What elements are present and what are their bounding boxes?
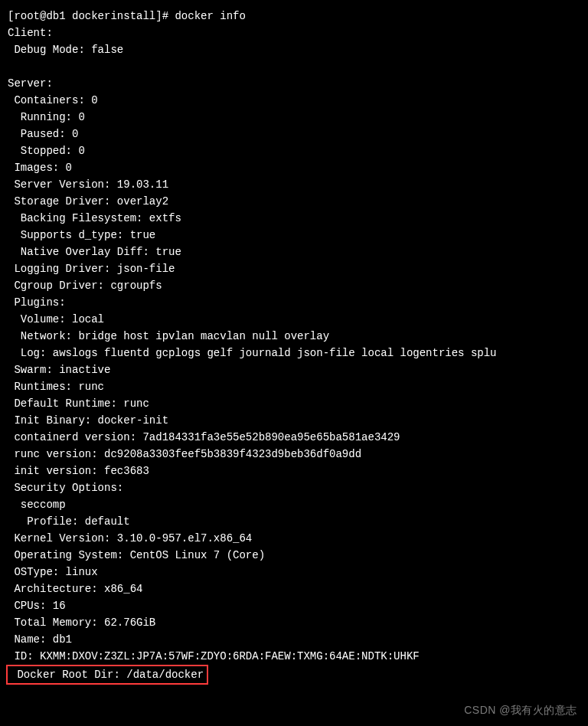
cgroup-driver: Cgroup Driver: cgroupfs xyxy=(8,277,580,294)
backing-filesystem: Backing Filesystem: extfs xyxy=(8,210,580,227)
total-memory: Total Memory: 62.76GiB xyxy=(8,614,580,631)
docker-root-dir-highlight: Docker Root Dir: /data/docker xyxy=(6,665,208,685)
kernel-version: Kernel Version: 3.10.0-957.el7.x86_64 xyxy=(8,530,580,547)
init-version: init version: fec3683 xyxy=(8,463,580,479)
plugins-log: Log: awslogs fluentd gcplogs gelf journa… xyxy=(8,345,580,361)
os-type: OSType: linux xyxy=(8,564,580,580)
plugins-header: Plugins: xyxy=(8,294,580,311)
storage-driver: Storage Driver: overlay2 xyxy=(8,193,580,210)
server-paused: Paused: 0 xyxy=(8,126,580,142)
cpus: CPUs: 16 xyxy=(8,597,580,614)
init-binary: Init Binary: docker-init xyxy=(8,412,580,429)
server-containers: Containers: 0 xyxy=(8,92,580,109)
client-debug-mode: Debug Mode: false xyxy=(8,41,580,58)
swarm: Swarm: inactive xyxy=(8,361,580,378)
server-running: Running: 0 xyxy=(8,109,580,126)
shell-prompt[interactable]: [root@db1 dockerinstall]# docker info xyxy=(8,8,580,25)
blank-line xyxy=(8,58,580,75)
docker-root-dir-row: Docker Root Dir: /data/docker xyxy=(8,665,580,685)
operating-system: Operating System: CentOS Linux 7 (Core) xyxy=(8,547,580,564)
runc-version: runc version: dc9208a3303feef5b3839f4323… xyxy=(8,446,580,463)
plugins-volume: Volume: local xyxy=(8,311,580,328)
server-stopped: Stopped: 0 xyxy=(8,142,580,159)
native-overlay-diff: Native Overlay Diff: true xyxy=(8,244,580,260)
watermark-text: CSDN @我有火的意志 xyxy=(464,701,577,718)
server-version: Server Version: 19.03.11 xyxy=(8,176,580,193)
id: ID: KXMM:DXOV:Z3ZL:JP7A:57WF:ZDYO:6RDA:F… xyxy=(8,648,580,665)
default-runtime: Default Runtime: runc xyxy=(8,395,580,412)
runtimes: Runtimes: runc xyxy=(8,378,580,395)
logging-driver: Logging Driver: json-file xyxy=(8,260,580,277)
name: Name: db1 xyxy=(8,631,580,648)
client-header: Client: xyxy=(8,25,580,41)
server-images: Images: 0 xyxy=(8,159,580,176)
seccomp-profile: Profile: default xyxy=(8,513,580,530)
server-header: Server: xyxy=(8,75,580,92)
seccomp: seccomp xyxy=(8,496,580,513)
containerd-version: containerd version: 7ad184331fa3e55e52b8… xyxy=(8,429,580,446)
security-options: Security Options: xyxy=(8,479,580,496)
supports-dtype: Supports d_type: true xyxy=(8,227,580,244)
plugins-network: Network: bridge host ipvlan macvlan null… xyxy=(8,328,580,345)
architecture: Architecture: x86_64 xyxy=(8,580,580,597)
